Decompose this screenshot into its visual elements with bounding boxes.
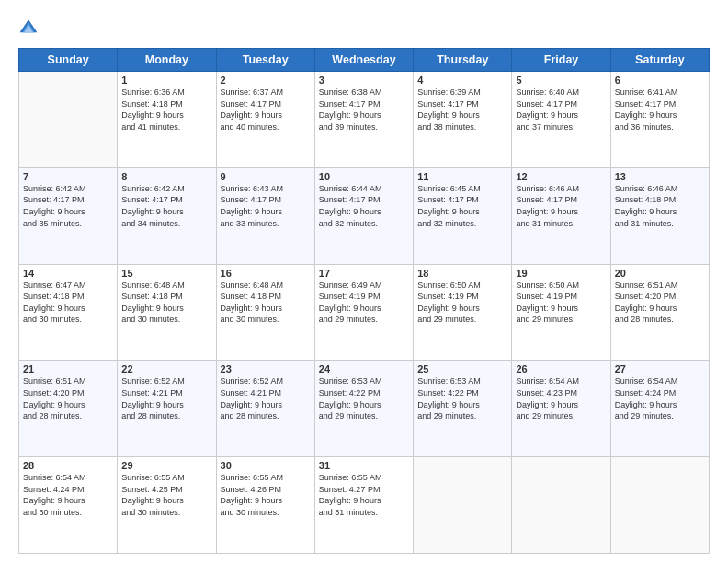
calendar-cell: 20Sunrise: 6:51 AM Sunset: 4:20 PM Dayli… [610, 264, 709, 361]
calendar-cell: 6Sunrise: 6:41 AM Sunset: 4:17 PM Daylig… [610, 72, 709, 168]
day-number: 2 [221, 75, 311, 86]
calendar-week-5: 28Sunrise: 6:54 AM Sunset: 4:24 PM Dayli… [19, 457, 710, 554]
cell-info: Sunrise: 6:39 AM Sunset: 4:17 PM Dayligh… [417, 86, 507, 132]
weekday-header-friday: Friday [512, 49, 610, 72]
day-number: 21 [23, 363, 113, 374]
cell-info: Sunrise: 6:46 AM Sunset: 4:18 PM Dayligh… [615, 183, 705, 229]
calendar-cell: 7Sunrise: 6:42 AM Sunset: 4:17 PM Daylig… [19, 167, 118, 264]
cell-info: Sunrise: 6:44 AM Sunset: 4:17 PM Dayligh… [319, 183, 409, 229]
cell-info: Sunrise: 6:42 AM Sunset: 4:17 PM Dayligh… [23, 183, 113, 229]
day-number: 10 [319, 171, 409, 182]
logo-icon [18, 17, 39, 37]
calendar-cell: 26Sunrise: 6:54 AM Sunset: 4:23 PM Dayli… [512, 361, 610, 457]
day-number: 8 [121, 171, 211, 182]
weekday-header-saturday: Saturday [610, 49, 709, 72]
calendar-cell: 15Sunrise: 6:48 AM Sunset: 4:18 PM Dayli… [118, 264, 216, 361]
day-number: 9 [221, 171, 311, 182]
calendar-cell: 9Sunrise: 6:43 AM Sunset: 4:17 PM Daylig… [216, 167, 314, 264]
cell-info: Sunrise: 6:53 AM Sunset: 4:22 PM Dayligh… [319, 375, 409, 421]
day-number: 6 [615, 75, 705, 86]
day-number: 31 [319, 460, 409, 471]
cell-info: Sunrise: 6:46 AM Sunset: 4:17 PM Dayligh… [516, 183, 606, 229]
day-number: 27 [615, 363, 705, 374]
cell-info: Sunrise: 6:47 AM Sunset: 4:18 PM Dayligh… [23, 280, 113, 326]
calendar-cell [19, 72, 118, 168]
cell-info: Sunrise: 6:45 AM Sunset: 4:17 PM Dayligh… [417, 183, 507, 229]
cell-info: Sunrise: 6:50 AM Sunset: 4:19 PM Dayligh… [417, 280, 507, 326]
calendar-cell [414, 457, 512, 554]
cell-info: Sunrise: 6:51 AM Sunset: 4:20 PM Dayligh… [23, 375, 113, 421]
calendar-week-4: 21Sunrise: 6:51 AM Sunset: 4:20 PM Dayli… [19, 361, 710, 457]
calendar-cell: 28Sunrise: 6:54 AM Sunset: 4:24 PM Dayli… [19, 457, 118, 554]
day-number: 11 [417, 171, 507, 182]
calendar-cell [512, 457, 610, 554]
weekday-header-tuesday: Tuesday [216, 49, 314, 72]
calendar-cell: 19Sunrise: 6:50 AM Sunset: 4:19 PM Dayli… [512, 264, 610, 361]
calendar-cell: 4Sunrise: 6:39 AM Sunset: 4:17 PM Daylig… [414, 72, 512, 168]
day-number: 29 [121, 460, 211, 471]
day-number: 1 [121, 75, 211, 86]
cell-info: Sunrise: 6:55 AM Sunset: 4:25 PM Dayligh… [121, 472, 211, 518]
day-number: 23 [221, 363, 311, 374]
day-number: 18 [417, 268, 507, 279]
cell-info: Sunrise: 6:54 AM Sunset: 4:23 PM Dayligh… [516, 375, 606, 421]
cell-info: Sunrise: 6:52 AM Sunset: 4:21 PM Dayligh… [221, 375, 311, 421]
day-number: 19 [516, 268, 606, 279]
header [18, 17, 710, 37]
day-number: 4 [417, 75, 507, 86]
calendar-cell: 10Sunrise: 6:44 AM Sunset: 4:17 PM Dayli… [314, 167, 413, 264]
calendar-cell: 18Sunrise: 6:50 AM Sunset: 4:19 PM Dayli… [414, 264, 512, 361]
calendar-cell: 2Sunrise: 6:37 AM Sunset: 4:17 PM Daylig… [216, 72, 314, 168]
cell-info: Sunrise: 6:48 AM Sunset: 4:18 PM Dayligh… [121, 280, 211, 326]
cell-info: Sunrise: 6:49 AM Sunset: 4:19 PM Dayligh… [319, 280, 409, 326]
day-number: 15 [121, 268, 211, 279]
page: SundayMondayTuesdayWednesdayThursdayFrid… [0, 0, 728, 563]
calendar-cell: 25Sunrise: 6:53 AM Sunset: 4:22 PM Dayli… [414, 361, 512, 457]
calendar-cell: 31Sunrise: 6:55 AM Sunset: 4:27 PM Dayli… [314, 457, 413, 554]
calendar-cell: 23Sunrise: 6:52 AM Sunset: 4:21 PM Dayli… [216, 361, 314, 457]
calendar-week-1: 1Sunrise: 6:36 AM Sunset: 4:18 PM Daylig… [19, 72, 710, 168]
cell-info: Sunrise: 6:38 AM Sunset: 4:17 PM Dayligh… [319, 86, 409, 132]
day-number: 13 [615, 171, 705, 182]
calendar-cell: 1Sunrise: 6:36 AM Sunset: 4:18 PM Daylig… [118, 72, 216, 168]
logo [18, 17, 40, 37]
day-number: 25 [417, 363, 507, 374]
cell-info: Sunrise: 6:43 AM Sunset: 4:17 PM Dayligh… [221, 183, 311, 229]
day-number: 3 [319, 75, 409, 86]
calendar-cell: 5Sunrise: 6:40 AM Sunset: 4:17 PM Daylig… [512, 72, 610, 168]
weekday-header-row: SundayMondayTuesdayWednesdayThursdayFrid… [19, 49, 710, 72]
weekday-header-sunday: Sunday [19, 49, 118, 72]
calendar-week-2: 7Sunrise: 6:42 AM Sunset: 4:17 PM Daylig… [19, 167, 710, 264]
day-number: 5 [516, 75, 606, 86]
day-number: 17 [319, 268, 409, 279]
calendar-cell: 13Sunrise: 6:46 AM Sunset: 4:18 PM Dayli… [610, 167, 709, 264]
day-number: 24 [319, 363, 409, 374]
day-number: 26 [516, 363, 606, 374]
day-number: 14 [23, 268, 113, 279]
day-number: 16 [221, 268, 311, 279]
weekday-header-wednesday: Wednesday [314, 49, 413, 72]
cell-info: Sunrise: 6:54 AM Sunset: 4:24 PM Dayligh… [615, 375, 705, 421]
calendar-week-3: 14Sunrise: 6:47 AM Sunset: 4:18 PM Dayli… [19, 264, 710, 361]
calendar-cell: 8Sunrise: 6:42 AM Sunset: 4:17 PM Daylig… [118, 167, 216, 264]
day-number: 12 [516, 171, 606, 182]
day-number: 20 [615, 268, 705, 279]
cell-info: Sunrise: 6:42 AM Sunset: 4:17 PM Dayligh… [121, 183, 211, 229]
calendar-cell: 11Sunrise: 6:45 AM Sunset: 4:17 PM Dayli… [414, 167, 512, 264]
day-number: 7 [23, 171, 113, 182]
calendar-table: SundayMondayTuesdayWednesdayThursdayFrid… [18, 48, 710, 554]
calendar-cell [610, 457, 709, 554]
cell-info: Sunrise: 6:52 AM Sunset: 4:21 PM Dayligh… [121, 375, 211, 421]
cell-info: Sunrise: 6:55 AM Sunset: 4:26 PM Dayligh… [221, 472, 311, 518]
calendar-cell: 3Sunrise: 6:38 AM Sunset: 4:17 PM Daylig… [314, 72, 413, 168]
cell-info: Sunrise: 6:53 AM Sunset: 4:22 PM Dayligh… [417, 375, 507, 421]
day-number: 30 [221, 460, 311, 471]
cell-info: Sunrise: 6:50 AM Sunset: 4:19 PM Dayligh… [516, 280, 606, 326]
calendar-cell: 27Sunrise: 6:54 AM Sunset: 4:24 PM Dayli… [610, 361, 709, 457]
weekday-header-monday: Monday [118, 49, 216, 72]
calendar-cell: 24Sunrise: 6:53 AM Sunset: 4:22 PM Dayli… [314, 361, 413, 457]
calendar-cell: 30Sunrise: 6:55 AM Sunset: 4:26 PM Dayli… [216, 457, 314, 554]
calendar-cell: 14Sunrise: 6:47 AM Sunset: 4:18 PM Dayli… [19, 264, 118, 361]
calendar-cell: 12Sunrise: 6:46 AM Sunset: 4:17 PM Dayli… [512, 167, 610, 264]
cell-info: Sunrise: 6:37 AM Sunset: 4:17 PM Dayligh… [221, 86, 311, 132]
